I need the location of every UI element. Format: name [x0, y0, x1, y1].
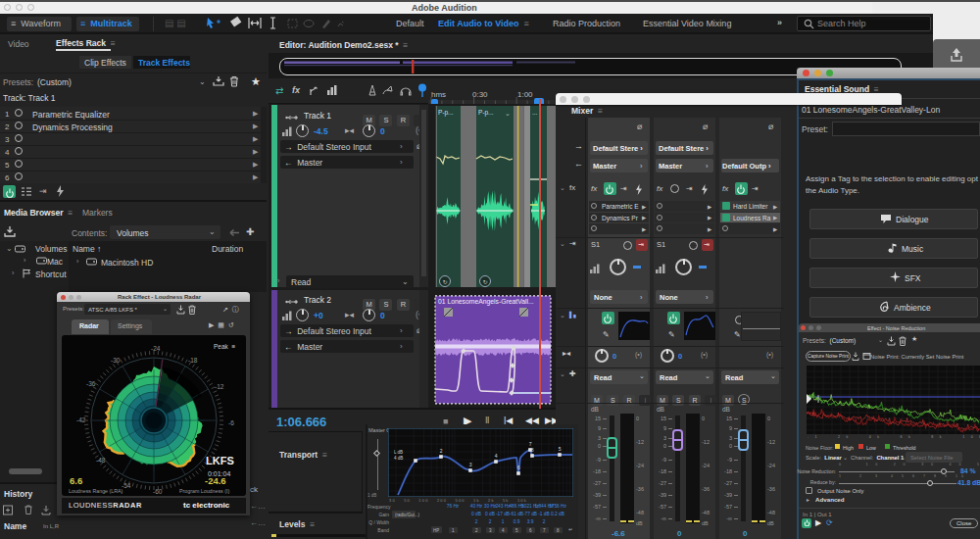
- svg-text:-18: -18: [188, 357, 198, 364]
- svg-text:LKFS: LKFS: [206, 455, 234, 466]
- svg-text:01 LonesomeAngels-GreatVall...: 01 LonesomeAngels-GreatVall...: [438, 298, 534, 306]
- svg-text:P-p...: P-p...: [478, 109, 494, 117]
- svg-text:-36: -36: [86, 380, 96, 387]
- svg-text:-6: -6: [228, 419, 234, 426]
- svg-text:Loudness Range (LRA): Loudness Range (LRA): [69, 488, 123, 494]
- svg-text:5: 5: [559, 446, 562, 452]
- svg-text:-54: -54: [122, 482, 131, 489]
- svg-text:-42: -42: [76, 416, 86, 423]
- svg-text:8: 8: [531, 447, 534, 453]
- svg-text:3: 3: [469, 462, 472, 467]
- svg-text:4 dB: 4 dB: [394, 456, 403, 461]
- svg-text:-24: -24: [151, 345, 161, 352]
- svg-text:-30: -30: [111, 357, 121, 364]
- svg-text:⌄: ⌄: [505, 110, 511, 117]
- svg-text:↻: ↻: [482, 279, 487, 285]
- svg-text:...: ...: [532, 109, 538, 116]
- svg-text:6: 6: [517, 465, 520, 470]
- svg-text:-12: -12: [215, 383, 224, 390]
- svg-text:↻: ↻: [442, 279, 447, 285]
- svg-text:4: 4: [495, 453, 498, 459]
- svg-text:P-p...: P-p...: [438, 109, 454, 117]
- svg-text:Program Loudness (I): Program Loudness (I): [179, 488, 229, 494]
- svg-text:Peak ≡: Peak ≡: [214, 343, 235, 350]
- svg-text:L dB: L dB: [394, 450, 403, 455]
- svg-text:-24.6: -24.6: [205, 475, 226, 486]
- svg-text:-48: -48: [96, 457, 106, 464]
- svg-text:2: 2: [440, 448, 443, 454]
- svg-text:-60: -60: [153, 488, 163, 495]
- svg-text:6.6: 6.6: [70, 475, 82, 486]
